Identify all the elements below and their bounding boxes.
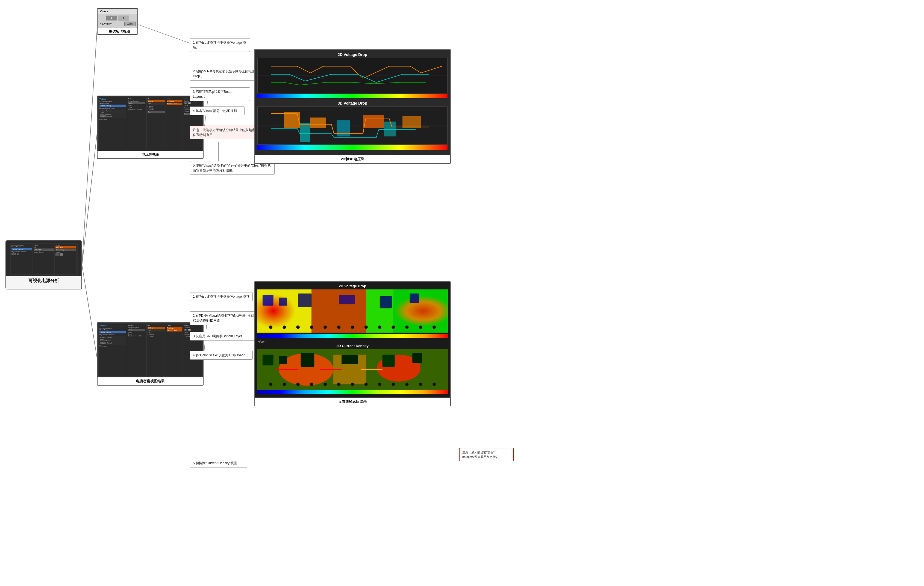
step1-voltage-text: 1.在"Visual"选项卡中选择"Voltage"选 项。	[193, 41, 246, 49]
svg-point-61	[269, 383, 272, 386]
svg-rect-20	[403, 116, 421, 128]
chart-3d-title: 3D Voltage Drop	[257, 101, 447, 105]
overlay-label: ✓ Overlay	[99, 22, 111, 25]
chart-2d-colorbar	[257, 94, 447, 98]
step4-current-text: 4.将"Color Scale"设置为"Displayed"	[193, 353, 245, 357]
svg-point-70	[392, 383, 395, 386]
chart-3d-voltage: 3D Voltage Drop	[257, 101, 447, 150]
svg-rect-21	[300, 123, 310, 142]
svg-point-34	[269, 326, 272, 329]
views-btn-row: 2D 3D	[99, 16, 136, 20]
svg-point-44	[405, 326, 408, 329]
svg-point-63	[297, 383, 300, 386]
svg-point-64	[310, 383, 313, 386]
svg-line-0	[82, 30, 97, 265]
svg-point-65	[323, 383, 327, 386]
views-card-header: Views	[97, 9, 137, 14]
svg-rect-23	[384, 122, 396, 136]
svg-rect-53	[279, 356, 287, 364]
svg-rect-55	[342, 355, 358, 364]
svg-rect-32	[380, 296, 392, 308]
views-checkbox-row: ✓ Overlay Clear	[99, 21, 136, 26]
svg-rect-29	[279, 298, 287, 306]
svg-point-62	[283, 383, 286, 386]
chart-2d-voltage: 2D Voltage Drop	[257, 53, 447, 98]
svg-point-38	[323, 326, 327, 329]
svg-line-3	[138, 25, 191, 44]
svg-rect-19	[363, 115, 384, 128]
views-card-title: 可视选项卡视图	[97, 29, 137, 34]
step4-voltage-text: 4.单击"Views"部分中的3D按钮。	[193, 109, 241, 113]
annotation-step3-current: 3.仅启用GND网路的Bottom Layer	[190, 332, 256, 341]
svg-rect-56	[383, 355, 395, 367]
svg-rect-28	[262, 295, 274, 306]
current-chart-2d-voltage: 2D Voltage Drop	[257, 284, 448, 338]
svg-rect-30	[298, 293, 312, 307]
voltage-card-title: 电压降视图	[97, 151, 203, 158]
btn-2d[interactable]: 2D	[106, 16, 117, 20]
current-result-section-title: 设置路径返回结果	[255, 398, 450, 406]
svg-point-42	[378, 326, 381, 329]
annotation-step4-current: 4.将"Color Scale"设置为"Displayed"	[190, 351, 253, 360]
chart-2d-title: 2D Voltage Drop	[257, 53, 447, 57]
mind-map-container: Current Direction Show Arrows Current De…	[0, 0, 924, 586]
current-card-title: 电流密度视图结果	[97, 377, 203, 385]
annotation-step1-current: 1.在"Visual"选项卡中选择"Voltage"选项	[190, 292, 253, 301]
svg-point-73	[432, 383, 436, 386]
annotation-step5-current: 5.切换到"Current Density"视图	[190, 459, 247, 467]
current-result-inner: 2D Voltage Drop	[255, 282, 450, 398]
voltage-card: Voltage Current Direction Show Arrows Cu…	[97, 95, 203, 159]
current-panel-screenshot: Voltage Current Direction Show Arrows Cu…	[97, 323, 203, 377]
current-card: Voltage Current Direction Show Arrows Cu…	[97, 322, 203, 385]
btn-3d[interactable]: 3D	[118, 16, 129, 20]
root-node: Current Direction Show Arrows Current De…	[5, 240, 82, 290]
svg-rect-33	[409, 293, 419, 303]
voltage-result-box: 2D Voltage Drop	[254, 49, 451, 164]
chart-3d-area	[257, 107, 447, 145]
svg-point-36	[297, 326, 300, 329]
svg-point-67	[351, 383, 354, 386]
svg-rect-57	[412, 353, 422, 363]
current-chart-2d-colorbar	[257, 334, 448, 338]
svg-point-66	[337, 383, 340, 386]
step3-voltage-text: 3.启用顶部Top和底层Bottom Layers，	[193, 90, 234, 99]
root-label: 可视化电源分析	[6, 277, 81, 285]
root-node-screenshot: Current Direction Show Arrows Current De…	[6, 241, 81, 277]
current-chart-2d-area	[257, 289, 448, 333]
current-chart-2d-title: 2D Voltage Drop	[257, 284, 448, 288]
step5-current-text: 5.切换到"Current Density"视图	[193, 461, 237, 465]
clear-btn[interactable]: Clear	[124, 21, 136, 26]
views-card-body: 2D 3D ✓ Overlay Clear	[97, 14, 137, 28]
svg-rect-31	[339, 295, 355, 305]
svg-line-2	[82, 265, 97, 358]
svg-point-43	[392, 326, 395, 329]
voltage-result-section-title: 2D和3D电压降	[255, 155, 450, 163]
chart-2d-area	[257, 58, 447, 94]
svg-point-41	[365, 326, 368, 329]
connector-lines	[0, 0, 924, 586]
annotation-step4-voltage: 4.单击"Views"部分中的3D按钮。	[190, 107, 244, 115]
svg-point-72	[419, 383, 422, 386]
current-chart-density: 2D Current Density	[257, 344, 448, 394]
voltage-panel-screenshot: Voltage Current Direction Show Arrows Cu…	[97, 96, 203, 151]
svg-point-37	[310, 326, 313, 329]
chart-3d-colorbar	[257, 145, 447, 150]
svg-point-40	[351, 326, 354, 329]
svg-point-68	[365, 383, 368, 386]
svg-rect-54	[301, 353, 315, 367]
svg-rect-18	[310, 117, 326, 128]
altium-label: Altium	[257, 339, 448, 344]
svg-line-1	[82, 134, 97, 265]
svg-point-46	[432, 326, 436, 329]
current-density-title: 2D Current Density	[257, 344, 448, 348]
step3-current-text: 3.仅启用GND网路的Bottom Layer	[193, 334, 242, 338]
note-current-text: 注意：最大的当前"热点" hotspots"很容易用红色标识。	[462, 451, 502, 458]
current-density-colorbar	[257, 390, 448, 394]
step1-current-text: 1.在"Visual"选项卡中选择"Voltage"选项	[193, 295, 250, 298]
annotation-step3-voltage: 3.启用顶部Top和底层Bottom Layers，	[190, 87, 250, 101]
current-density-area	[257, 349, 448, 390]
voltage-result-inner: 2D Voltage Drop	[255, 50, 450, 155]
annotation-step1-voltage: 1.在"Visual"选项卡中选择"Voltage"选 项。	[190, 38, 250, 52]
step5-voltage-text: 5.使用"Visual"选项卡的"Views"部分中的"Clear"按钮从 编辑…	[193, 164, 271, 172]
svg-point-71	[405, 383, 408, 386]
